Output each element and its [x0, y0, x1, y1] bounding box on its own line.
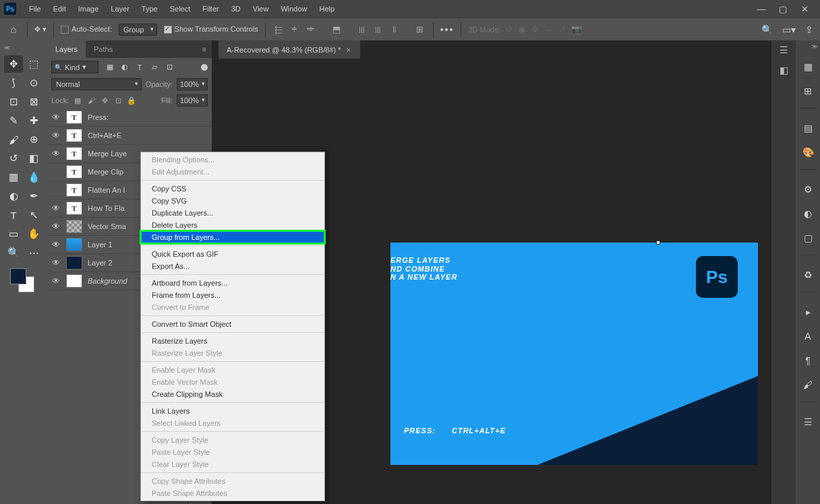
styles-panel-icon[interactable]: ◐: [800, 206, 815, 221]
actions-panel-icon[interactable]: ▸: [800, 305, 815, 319]
eraser-tool[interactable]: ◧: [24, 150, 43, 167]
color-swatches[interactable]: [10, 268, 37, 295]
layer-thumbnail[interactable]: T: [66, 183, 82, 197]
quick-select-tool[interactable]: ⊙: [24, 74, 43, 92]
color-panel-icon[interactable]: ▦: [800, 59, 815, 74]
menu-edit[interactable]: Edit: [47, 5, 72, 13]
layer-thumbnail[interactable]: T: [66, 201, 82, 215]
layer-row[interactable]: 👁TPress:: [47, 108, 212, 127]
visibility-toggle[interactable]: 👁: [51, 222, 61, 231]
lock-pixels-icon[interactable]: 🖌: [86, 96, 96, 105]
home-icon[interactable]: ⌂: [7, 23, 20, 36]
3d-camera-icon[interactable]: 📷: [571, 24, 582, 34]
layer-thumbnail[interactable]: T: [66, 129, 82, 142]
search-icon[interactable]: 🔍: [761, 24, 773, 35]
dock-color-icon[interactable]: ◧: [780, 65, 788, 75]
patterns-panel-icon[interactable]: 🎨: [800, 145, 815, 160]
workspace-switcher-icon[interactable]: ▭▾: [782, 24, 796, 35]
menu-image[interactable]: Image: [72, 5, 105, 13]
crop-tool[interactable]: ⊡: [4, 93, 23, 111]
share-icon[interactable]: ⇪: [805, 24, 813, 35]
menu-file[interactable]: File: [23, 5, 47, 13]
layer-thumbnail[interactable]: T: [66, 147, 82, 160]
filter-pixel-icon[interactable]: ▦: [105, 63, 115, 72]
align-top-icon[interactable]: ⬒: [330, 24, 343, 36]
context-menu-item[interactable]: Copy SVG: [141, 195, 324, 207]
layer-thumbnail[interactable]: T: [66, 165, 82, 179]
context-menu-item[interactable]: Quick Export as GIF: [141, 248, 324, 260]
visibility-toggle[interactable]: 👁: [51, 258, 61, 267]
move-tool[interactable]: ✥: [4, 55, 23, 73]
3d-zoom-icon[interactable]: ⤢: [558, 24, 566, 34]
3d-pan-icon[interactable]: ✥: [531, 24, 539, 34]
type-tool[interactable]: T: [4, 206, 23, 224]
menu-view[interactable]: View: [247, 5, 275, 13]
layer-row[interactable]: 👁TCtrl+Alt+E: [47, 127, 212, 145]
blur-tool[interactable]: 💧: [24, 168, 43, 186]
tab-paths[interactable]: Paths: [86, 40, 121, 58]
context-menu-item[interactable]: Copy CSS: [141, 183, 324, 195]
distribute-h-icon[interactable]: ⫼: [356, 24, 368, 36]
menu-3d[interactable]: 3D: [225, 5, 247, 13]
menu-type[interactable]: Type: [136, 5, 164, 13]
3d-slide-icon[interactable]: ↔: [544, 24, 553, 34]
layer-name[interactable]: Press:: [88, 113, 208, 121]
layer-thumbnail[interactable]: [66, 256, 82, 270]
auto-select-dropdown[interactable]: Group: [119, 24, 157, 36]
auto-select-checkbox[interactable]: Auto-Select:: [61, 25, 112, 34]
canvas[interactable]: ERGE LAYERS ND COMBINE N A NEW LAYER Ps …: [390, 243, 758, 465]
layer-thumbnail[interactable]: T: [66, 111, 82, 124]
gradients-panel-icon[interactable]: ▤: [800, 121, 815, 135]
brush-tool[interactable]: 🖌: [4, 131, 23, 148]
visibility-toggle[interactable]: 👁: [51, 276, 61, 286]
hand-tool[interactable]: ✋: [24, 225, 43, 243]
blend-mode-dropdown[interactable]: Normal: [51, 78, 142, 90]
foreground-color-swatch[interactable]: [10, 268, 26, 284]
context-menu-item[interactable]: Artboard from Layers...: [141, 277, 324, 289]
menu-window[interactable]: Window: [274, 5, 313, 13]
lock-transparency-icon[interactable]: ▦: [73, 96, 82, 105]
filter-adjustment-icon[interactable]: ◐: [120, 63, 129, 72]
maximize-button[interactable]: ▢: [777, 4, 789, 13]
filter-shape-icon[interactable]: ▱: [150, 63, 159, 72]
eyedropper-tool[interactable]: ✎: [4, 112, 23, 129]
gradient-tool[interactable]: ▦: [4, 168, 23, 186]
dock-collapse-icon[interactable]: ≫: [811, 43, 817, 50]
lasso-tool[interactable]: ⟆: [4, 74, 23, 92]
lock-all-icon[interactable]: 🔒: [127, 96, 136, 105]
distribute-3-icon[interactable]: ⫴: [388, 24, 401, 36]
align-left-icon[interactable]: ⬱: [272, 24, 285, 36]
menu-help[interactable]: Help: [314, 5, 341, 13]
distribute-v-icon[interactable]: ⫼: [372, 24, 384, 36]
lock-artboard-icon[interactable]: ⊡: [113, 96, 123, 105]
refresh-panel-icon[interactable]: ♻: [800, 267, 815, 282]
filter-smart-icon[interactable]: ⊡: [165, 63, 174, 72]
filter-kind-dropdown[interactable]: Kind ▾: [51, 61, 98, 73]
close-button[interactable]: ✕: [798, 4, 811, 13]
context-menu-item[interactable]: Frame from Layers...: [141, 289, 324, 301]
history-brush-tool[interactable]: ↺: [4, 150, 23, 167]
menu-filter[interactable]: Filter: [196, 5, 225, 13]
align-to-icon[interactable]: ⊞: [414, 24, 426, 36]
visibility-toggle[interactable]: 👁: [51, 203, 61, 213]
dock-history-icon[interactable]: ☰: [780, 44, 788, 55]
layer-thumbnail[interactable]: [66, 274, 82, 288]
align-center-h-icon[interactable]: ⫩: [289, 24, 301, 36]
stamp-tool[interactable]: ⊕: [24, 131, 43, 148]
menu-select[interactable]: Select: [164, 5, 197, 13]
move-tool-icon[interactable]: ✥ ▾: [34, 25, 47, 34]
marquee-tool[interactable]: ⬚: [24, 55, 43, 73]
filter-toggle[interactable]: [201, 64, 208, 71]
dodge-tool[interactable]: ◐: [4, 187, 23, 205]
toolbox-collapse-icon[interactable]: ≪: [0, 43, 47, 53]
transform-handle[interactable]: [656, 241, 660, 245]
libraries-panel-icon[interactable]: ▢: [800, 230, 815, 245]
context-menu-item[interactable]: Duplicate Layers...: [141, 207, 324, 219]
opacity-input[interactable]: 100%: [177, 78, 208, 90]
context-menu-item[interactable]: Export As...: [141, 260, 324, 272]
frame-tool[interactable]: ⊠: [24, 93, 43, 111]
healing-tool[interactable]: ✚: [24, 112, 43, 129]
layer-thumbnail[interactable]: [66, 238, 82, 251]
swatches-panel-icon[interactable]: ⊞: [800, 84, 815, 98]
document-close-icon[interactable]: ×: [347, 46, 351, 54]
